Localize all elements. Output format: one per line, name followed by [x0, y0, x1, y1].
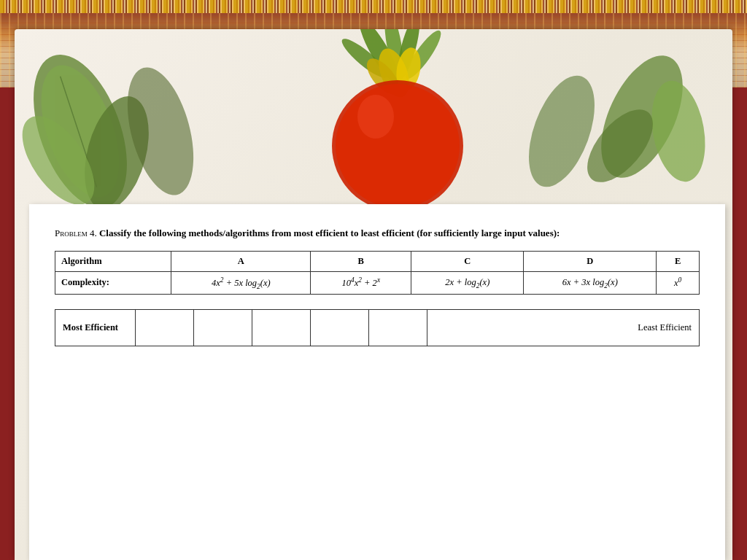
paper-sheet: Problem 4. Classify the following method… [29, 204, 725, 560]
problem-description: Classify the following methods/algorithm… [99, 228, 560, 238]
least-efficient-cell: Least Efficient [427, 310, 700, 346]
most-efficient-cell: Most Efficient [55, 310, 136, 346]
col-e: E [657, 251, 700, 271]
table-header-row: Algorithm A B C D E [55, 251, 700, 271]
complexity-e: x0 [657, 271, 700, 295]
problem-header: Problem 4. Classify the following method… [55, 226, 700, 241]
problem-label: Problem 4. [55, 228, 97, 238]
floral-design [15, 29, 732, 219]
ranking-row: Most Efficient Least Efficient [55, 310, 700, 346]
complexity-b: 104x2 + 2x [311, 271, 411, 295]
complexity-d: 6x + 3x log2(x) [524, 271, 657, 295]
col-a: A [171, 251, 311, 271]
col-b: B [311, 251, 411, 271]
complexity-c: 2x + log2(x) [411, 271, 524, 295]
complexity-label: Complexity: [55, 271, 171, 295]
algorithm-table: Algorithm A B C D E Complexity: 4x2 + 5x… [55, 251, 700, 295]
col-algorithm: Algorithm [55, 251, 171, 271]
rank-1-cell[interactable] [136, 310, 194, 346]
complexity-row: Complexity: 4x2 + 5x log2(x) 104x2 + 2x … [55, 271, 700, 295]
rank-5-cell[interactable] [369, 310, 427, 346]
rank-4-cell[interactable] [311, 310, 369, 346]
svg-point-18 [357, 95, 394, 139]
rank-2-cell[interactable] [194, 310, 252, 346]
ranking-table: Most Efficient Least Efficient [55, 309, 700, 346]
floral-svg [15, 29, 732, 219]
col-c: C [411, 251, 524, 271]
complexity-a: 4x2 + 5x log2(x) [171, 271, 311, 295]
carpet-fringe [0, 0, 747, 13]
col-d: D [524, 251, 657, 271]
rank-3-cell[interactable] [252, 310, 311, 346]
svg-point-17 [336, 84, 460, 208]
